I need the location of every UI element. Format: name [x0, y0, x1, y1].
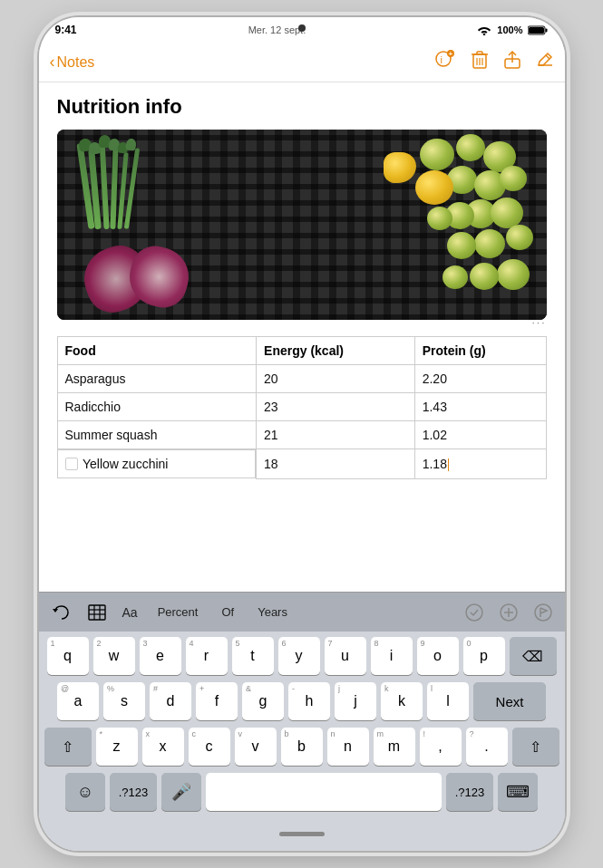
- key-g[interactable]: &g: [242, 682, 284, 720]
- key-w[interactable]: 2w: [93, 637, 135, 675]
- keyboard-row-1: 1q 2w 3e 4r 5t 6y 7u 8i 9o 0p ⌫: [43, 637, 561, 675]
- cell-protein-1: 2.20: [414, 365, 546, 393]
- note-title: Nutrition info: [57, 95, 547, 119]
- table-more-button[interactable]: ···: [531, 316, 546, 329]
- key-c[interactable]: cc: [189, 728, 230, 766]
- keyboard-toolbar: Aa Percent Of Years: [39, 592, 565, 632]
- suggestion-years[interactable]: Years: [250, 602, 295, 622]
- key-o[interactable]: 9o: [417, 637, 459, 675]
- next-key[interactable]: Next: [473, 682, 546, 720]
- key-b[interactable]: bb: [281, 728, 323, 766]
- emoji-key[interactable]: ☺: [65, 773, 105, 811]
- suggestion-percent[interactable]: Percent: [151, 602, 206, 622]
- key-y[interactable]: 6y: [278, 637, 320, 675]
- svg-text:+: +: [448, 50, 452, 58]
- suggestion-of[interactable]: Of: [214, 602, 241, 622]
- nutrition-table: Food Energy (kcal) Protein (g) Asparagus…: [57, 336, 547, 479]
- cell-food-4: Yellow zucchini: [57, 449, 256, 478]
- key-comma[interactable]: !,: [420, 728, 462, 766]
- key-m[interactable]: mm: [374, 728, 415, 766]
- check-toolbar-button[interactable]: [462, 600, 487, 625]
- table-row: Radicchio 23 1.43: [57, 393, 546, 421]
- number-key-left[interactable]: .?123: [110, 773, 157, 811]
- table-row: Summer squash 21 1.02: [57, 421, 546, 449]
- table-row: Yellow zucchini 18 1.18: [57, 449, 546, 479]
- back-chevron-icon: ‹: [50, 53, 55, 72]
- col-protein: Protein (g): [414, 337, 546, 365]
- share-icon[interactable]: [503, 50, 521, 74]
- key-x[interactable]: xx: [142, 728, 184, 766]
- nav-bar: ‹ Notes i +: [39, 43, 565, 82]
- keyboard: Aa Percent Of Years 1q 2w: [39, 592, 565, 851]
- svg-rect-17: [89, 605, 105, 620]
- cell-food-1: Asparagus: [57, 365, 257, 393]
- nav-actions: i +: [434, 50, 554, 74]
- key-k[interactable]: kk: [381, 682, 423, 720]
- cell-energy-4: 18: [257, 449, 415, 479]
- cell-energy-1: 20: [257, 365, 415, 393]
- asparagus-decoration: [73, 139, 209, 229]
- home-indicator: [279, 832, 325, 836]
- key-l[interactable]: ll: [427, 682, 469, 720]
- microphone-key[interactable]: 🎤: [161, 773, 201, 811]
- key-d[interactable]: #d: [150, 682, 191, 720]
- cell-food-2: Radicchio: [57, 393, 257, 421]
- cell-energy-2: 23: [257, 393, 415, 421]
- key-f[interactable]: +f: [196, 682, 238, 720]
- svg-rect-10: [477, 52, 482, 54]
- undo-toolbar-button[interactable]: [48, 601, 75, 624]
- backspace-key[interactable]: ⌫: [510, 637, 557, 675]
- row-indicator-icon: [65, 458, 78, 470]
- trash-icon[interactable]: [471, 50, 489, 74]
- key-u[interactable]: 7u: [325, 637, 366, 675]
- key-r[interactable]: 4r: [186, 637, 228, 675]
- radicchio-decoration: [84, 229, 193, 311]
- key-z[interactable]: *z: [96, 728, 138, 766]
- keyboard-row-4: ☺ .?123 🎤 .?123 ⌨: [43, 773, 561, 811]
- col-energy: Energy (kcal): [257, 337, 415, 365]
- bottom-bar: [39, 816, 565, 851]
- add-reminder-icon[interactable]: i +: [434, 50, 456, 74]
- svg-point-0: [483, 34, 486, 35]
- key-t[interactable]: 5t: [232, 637, 274, 675]
- key-i[interactable]: 8i: [371, 637, 413, 675]
- back-button[interactable]: ‹ Notes: [50, 53, 95, 72]
- keyboard-rows: 1q 2w 3e 4r 5t 6y 7u 8i 9o 0p ⌫ @a %s #d…: [39, 632, 565, 816]
- battery-label: 100%: [497, 24, 522, 35]
- back-label: Notes: [57, 54, 95, 71]
- hide-keyboard-key[interactable]: ⌨: [498, 773, 538, 811]
- flag-toolbar-button[interactable]: [530, 600, 556, 625]
- space-key[interactable]: [206, 773, 442, 811]
- table-row: Asparagus 20 2.20: [57, 365, 546, 393]
- key-p[interactable]: 0p: [463, 637, 505, 675]
- key-j[interactable]: jj: [335, 682, 376, 720]
- note-content: Nutrition info: [39, 82, 565, 592]
- battery-icon: [528, 25, 548, 35]
- svg-text:i: i: [440, 54, 442, 65]
- add-toolbar-button[interactable]: [496, 600, 521, 625]
- key-v[interactable]: vv: [235, 728, 277, 766]
- cell-protein-2: 1.43: [414, 393, 546, 421]
- svg-line-15: [546, 55, 550, 59]
- svg-rect-2: [529, 27, 544, 34]
- key-a[interactable]: @a: [57, 682, 99, 720]
- key-period[interactable]: ?.: [466, 728, 508, 766]
- key-q[interactable]: 1q: [47, 637, 89, 675]
- key-n[interactable]: nn: [327, 728, 369, 766]
- keyboard-row-2: @a %s #d +f &g -h jj kk ll Next: [43, 682, 561, 720]
- edit-icon[interactable]: [536, 51, 554, 73]
- table-toolbar-button[interactable]: [84, 601, 110, 624]
- note-image: [57, 130, 547, 320]
- nutrition-table-wrapper: ··· Food Energy (kcal) Protein (g) Aspar…: [57, 333, 547, 479]
- cell-protein-3: 1.02: [414, 421, 546, 449]
- squash-decoration: [365, 134, 529, 315]
- number-key-right[interactable]: .?123: [446, 773, 493, 811]
- key-e[interactable]: 3e: [140, 637, 181, 675]
- key-h[interactable]: -h: [288, 682, 330, 720]
- key-s[interactable]: %s: [103, 682, 145, 720]
- cell-protein-4[interactable]: 1.18: [414, 449, 546, 479]
- svg-rect-3: [546, 28, 548, 32]
- shift-key[interactable]: ⇧: [44, 728, 92, 766]
- format-toolbar-button[interactable]: Aa: [119, 602, 141, 623]
- shift-right-key[interactable]: ⇧: [512, 728, 559, 766]
